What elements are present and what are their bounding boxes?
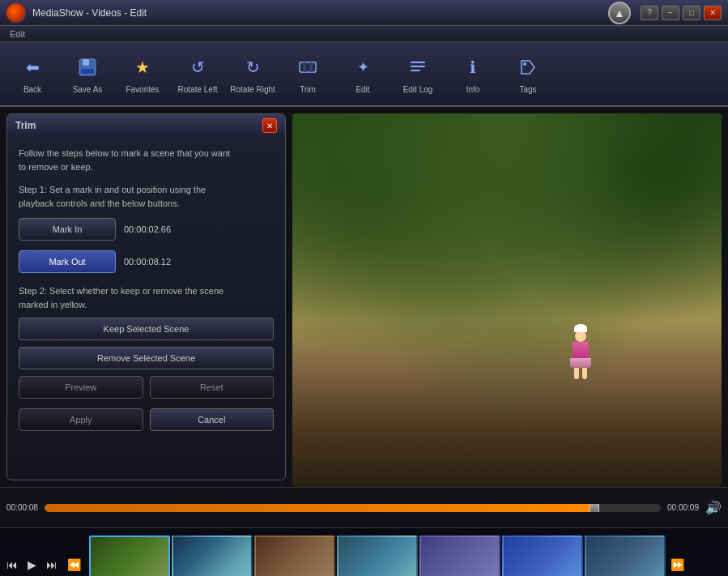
toolbar-trim-label: Trim — [300, 85, 316, 95]
film-thumbnail-2[interactable] — [172, 535, 253, 577]
toolbar-back[interactable]: ⬅ Back — [6, 45, 58, 102]
edit-label: Edit — [10, 29, 25, 39]
svg-rect-1 — [83, 59, 89, 66]
child-skirt — [570, 358, 591, 368]
preview-button[interactable]: Preview — [19, 376, 143, 399]
trim-dialog-title: Trim — [15, 120, 36, 131]
title-bar: MediaShow - Videos - Edit ▲ ? − □ ✕ — [0, 0, 728, 26]
nav-up-button[interactable]: ▲ — [608, 2, 631, 24]
toolbar-edit-label: Edit — [355, 85, 369, 95]
film-thumbnail-4[interactable] — [337, 535, 418, 577]
preview-reset-row: Preview Reset — [19, 376, 274, 399]
toolbar-tags[interactable]: Tags — [502, 45, 554, 102]
volume-icon[interactable]: 🔊 — [705, 500, 722, 515]
film-forward-button[interactable]: ⏩ — [667, 557, 688, 573]
film-skip-end-button[interactable]: ⏭ — [43, 557, 61, 573]
child-figure — [568, 331, 593, 375]
title-controls: ▲ ? − □ ✕ — [608, 2, 722, 24]
mark-out-button[interactable]: Mark Out — [19, 250, 116, 273]
toolbar-favorites[interactable]: ★ Favorites — [117, 45, 168, 102]
tags-icon — [513, 53, 543, 82]
reset-button[interactable]: Reset — [150, 376, 275, 399]
film-controls: ⏮ ▶ ⏭ ⏪ — [3, 557, 84, 573]
trim-step2: Step 2: Select whether to keep or remove… — [19, 284, 274, 311]
svg-rect-7 — [411, 66, 425, 67]
toolbar-edit-log-label: Edit Log — [403, 85, 433, 95]
apply-button[interactable]: Apply — [19, 408, 143, 431]
svg-point-9 — [523, 62, 526, 66]
toolbar-back-label: Back — [23, 85, 41, 95]
toolbar-rotate-left[interactable]: ↺ Rotate Left — [172, 45, 224, 102]
svg-rect-3 — [300, 62, 316, 72]
video-scene — [292, 113, 722, 487]
child-body — [573, 342, 589, 358]
cancel-button[interactable]: Cancel — [150, 408, 275, 431]
edit-icon: ✦ — [348, 53, 377, 82]
film-play-button[interactable]: ▶ — [24, 557, 40, 573]
child-hat — [574, 324, 587, 332]
rotate-left-icon: ↺ — [183, 53, 212, 82]
svg-rect-2 — [81, 69, 94, 74]
scrubber-fill — [45, 504, 599, 512]
filmstrip: ⏮ ▶ ⏭ ⏪ ⏩ — [0, 527, 728, 576]
trim-close-button[interactable]: ✕ — [262, 118, 277, 133]
child-leg-right — [582, 368, 587, 379]
mark-in-row: Mark In 00:00:02.66 — [19, 218, 274, 241]
remove-scene-button[interactable]: Remove Selected Scene — [19, 347, 274, 369]
timeline-area: 00:00:08 00:00:09 🔊 — [0, 487, 728, 527]
toolbar-edit[interactable]: ✦ Edit — [337, 45, 389, 102]
info-icon: ℹ — [458, 53, 487, 82]
video-preview-area — [292, 113, 722, 487]
svg-rect-5 — [309, 62, 313, 72]
trim-icon — [293, 53, 322, 82]
toolbar: ⬅ Back Save As ★ Favorites ↺ Rotate Left… — [0, 42, 728, 107]
window-title: MediaShow - Videos - Edit — [32, 7, 608, 19]
toolbar-rotate-right[interactable]: ↻ Rotate Right — [227, 45, 279, 102]
time-start-label: 00:00:08 — [6, 503, 38, 512]
trim-dialog-header: Trim ✕ — [7, 114, 285, 137]
keep-scene-button[interactable]: Keep Selected Scene — [19, 318, 274, 340]
apply-cancel-row: Apply Cancel — [19, 408, 274, 431]
scrubber-track[interactable] — [45, 504, 661, 512]
maximize-button[interactable]: □ — [683, 6, 700, 20]
child-head — [575, 331, 586, 342]
svg-rect-4 — [303, 62, 306, 72]
film-thumbnail-1[interactable] — [89, 535, 170, 577]
close-button[interactable]: ✕ — [704, 6, 722, 20]
save-as-icon — [73, 53, 102, 82]
time-end-label: 00:00:09 — [667, 503, 699, 512]
back-icon: ⬅ — [18, 53, 47, 82]
trim-body: Follow the steps below to mark a scene t… — [7, 137, 285, 480]
child-leg-left — [574, 368, 579, 379]
scene-background — [292, 113, 722, 487]
toolbar-edit-log[interactable]: Edit Log — [392, 45, 444, 102]
mark-in-button[interactable]: Mark In — [19, 218, 116, 241]
scrubber-handle[interactable] — [590, 504, 599, 512]
toolbar-info[interactable]: ℹ Info — [447, 45, 499, 102]
toolbar-trim[interactable]: Trim — [282, 45, 334, 102]
film-thumbnail-7[interactable] — [585, 535, 666, 577]
app-logo — [6, 3, 26, 23]
main-area: Trim ✕ Follow the steps below to mark a … — [0, 107, 728, 487]
toolbar-rotate-right-label: Rotate Right — [230, 85, 275, 95]
minimize-button[interactable]: − — [662, 6, 679, 20]
film-thumbnail-5[interactable] — [419, 535, 500, 577]
mark-in-time: 00:00:02.66 — [124, 224, 171, 234]
edit-label-bar: Edit — [0, 26, 728, 42]
help-button[interactable]: ? — [641, 6, 658, 20]
toolbar-rotate-left-label: Rotate Left — [178, 85, 218, 95]
toolbar-save-as[interactable]: Save As — [62, 45, 113, 102]
rotate-right-icon: ↻ — [238, 53, 267, 82]
film-thumbnail-3[interactable] — [254, 535, 335, 577]
film-skip-start-button[interactable]: ⏮ — [3, 557, 21, 573]
favorites-icon: ★ — [128, 53, 157, 82]
film-rewind-button[interactable]: ⏪ — [64, 557, 84, 573]
trim-dialog: Trim ✕ Follow the steps below to mark a … — [6, 113, 286, 480]
film-thumbnail-6[interactable] — [502, 535, 583, 577]
mark-out-row: Mark Out 00:00:08.12 — [19, 250, 274, 273]
trim-step1: Step 1: Set a mark in and out position u… — [19, 183, 274, 210]
svg-rect-8 — [411, 70, 420, 71]
trim-instructions: Follow the steps below to mark a scene t… — [19, 147, 274, 173]
child-legs — [568, 368, 593, 379]
svg-rect-6 — [411, 62, 425, 63]
